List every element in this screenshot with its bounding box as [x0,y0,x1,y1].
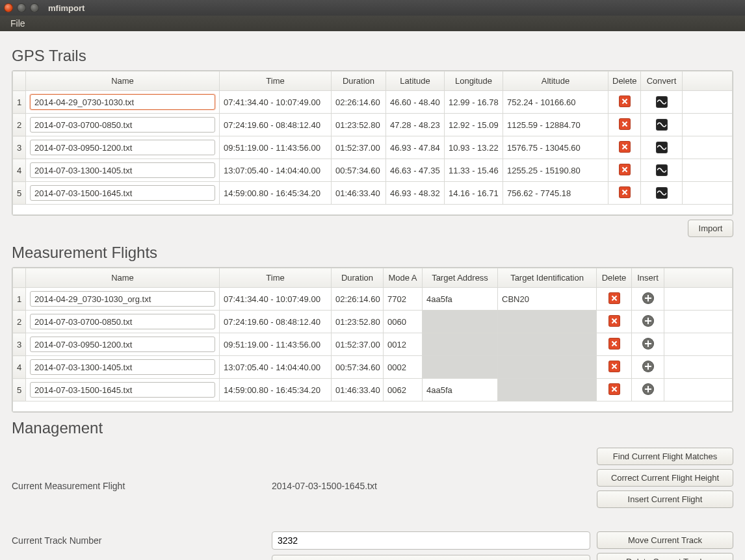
fl-h-delete[interactable]: Delete [597,268,632,288]
table-row[interactable]: 107:41:34.40 - 10:07:49.0002:26:14.60770… [13,288,733,311]
find-matches-button[interactable]: Find Current Flight Matches [597,448,733,465]
convert-icon[interactable] [656,187,668,199]
cell-convert[interactable] [641,159,683,182]
name-input[interactable] [30,337,215,352]
table-row[interactable]: 514:59:00.80 - 16:45:34.2001:46:33.40006… [13,379,733,401]
name-input[interactable] [30,382,215,398]
window-close-icon[interactable] [4,3,13,12]
convert-icon[interactable] [656,142,668,153]
name-input[interactable] [30,162,215,178]
insert-icon[interactable] [642,292,654,304]
move-track-button[interactable]: Move Current Track [597,531,733,549]
table-row[interactable]: 413:07:05.40 - 14:04:40.0000:57:34.6046.… [13,159,733,182]
cell-delete[interactable] [608,136,641,159]
window-maximize-icon[interactable] [30,3,39,12]
table-row[interactable]: 413:07:05.40 - 14:04:40.0000:57:34.60000… [13,356,733,379]
delete-icon[interactable] [608,338,620,350]
convert-icon[interactable] [656,164,668,176]
cell-delete[interactable] [597,379,632,401]
gps-h-delete[interactable]: Delete [608,71,641,91]
cell-convert[interactable] [641,182,683,205]
cell-name[interactable] [26,333,220,356]
insert-flight-button[interactable]: Insert Current Flight [597,490,733,508]
gps-h-longitude[interactable]: Longitude [445,71,503,91]
name-input[interactable] [30,314,215,329]
insert-icon[interactable] [642,383,654,395]
gps-h-time[interactable]: Time [220,71,332,91]
cell-delete[interactable] [608,159,641,182]
window-minimize-icon[interactable] [17,3,26,12]
track-number-input[interactable] [272,531,590,550]
fl-h-target-addr[interactable]: Target Address [423,268,498,288]
fl-h-target-ident[interactable]: Target Identification [498,268,597,288]
cell-convert[interactable] [641,91,683,114]
cell-delete[interactable] [597,356,632,379]
gps-h-duration[interactable]: Duration [332,71,386,91]
cell-name[interactable] [26,91,220,114]
cell-name[interactable] [26,114,220,136]
delete-icon[interactable] [608,361,620,372]
fl-h-name[interactable]: Name [26,268,220,288]
delete-icon[interactable] [619,95,631,107]
cell-name[interactable] [26,288,220,311]
fl-h-insert[interactable]: Insert [632,268,664,288]
correct-height-button[interactable]: Correct Current Flight Height [597,469,733,487]
delete-icon[interactable] [608,383,620,395]
fl-h-time[interactable]: Time [220,268,332,288]
name-input[interactable] [30,185,215,201]
gps-h-convert[interactable]: Convert [641,71,683,91]
cell-delete[interactable] [608,182,641,205]
cell-insert[interactable] [632,333,664,356]
name-input[interactable] [30,291,215,307]
cell-convert[interactable] [641,136,683,159]
cell-delete[interactable] [608,114,641,136]
cell-name[interactable] [26,136,220,159]
table-row[interactable]: 309:51:19.00 - 11:43:56.0001:52:37.0046.… [13,136,733,159]
cell-delete[interactable] [597,333,632,356]
insert-icon[interactable] [642,338,654,350]
fl-h-modea[interactable]: Mode A [384,268,423,288]
table-row[interactable]: 514:59:00.80 - 16:45:34.2001:46:33.4046.… [13,182,733,205]
cell-name[interactable] [26,379,220,401]
cell-name[interactable] [26,159,220,182]
table-row[interactable]: 207:24:19.60 - 08:48:12.4001:23:52.80006… [13,311,733,333]
cell-name[interactable] [26,356,220,379]
cell-convert[interactable] [641,114,683,136]
gps-h-latitude[interactable]: Latitude [386,71,445,91]
cell-delete[interactable] [608,91,641,114]
name-input[interactable] [30,140,215,155]
cell-name[interactable] [26,182,220,205]
delete-icon[interactable] [619,164,631,175]
delete-icon[interactable] [608,292,620,304]
menu-file[interactable]: File [7,17,29,30]
table-row[interactable]: 309:51:19.00 - 11:43:56.0001:52:37.00001… [13,333,733,356]
cell-altitude: 756.62 - 7745.18 [503,182,608,205]
gps-h-name[interactable]: Name [26,71,220,91]
delete-icon[interactable] [619,118,631,130]
cell-insert[interactable] [632,288,664,311]
cell-name[interactable] [26,311,220,333]
name-input[interactable] [30,359,215,375]
delete-track-button[interactable]: Delete Current Track [597,553,733,560]
convert-icon[interactable] [656,96,668,108]
cell-insert[interactable] [632,311,664,333]
name-input[interactable] [30,117,215,133]
fl-h-duration[interactable]: Duration [332,268,384,288]
delete-icon[interactable] [619,186,631,198]
data-source-select[interactable]: OTR (27) ▲▼ [272,555,590,560]
table-row[interactable]: 207:24:19.60 - 08:48:12.4001:23:52.8047.… [13,114,733,136]
cell-insert[interactable] [632,379,664,401]
insert-icon[interactable] [642,361,654,372]
delete-icon[interactable] [608,315,620,327]
insert-icon[interactable] [642,315,654,327]
gps-h-altitude[interactable]: Altitude [503,71,608,91]
table-row[interactable]: 107:41:34.40 - 10:07:49.0002:26:14.6046.… [13,91,733,114]
cell-time: 09:51:19.00 - 11:43:56.00 [220,136,332,159]
cell-delete[interactable] [597,288,632,311]
name-input[interactable] [30,94,215,110]
cell-delete[interactable] [597,311,632,333]
convert-icon[interactable] [656,119,668,131]
cell-insert[interactable] [632,356,664,379]
import-button[interactable]: Import [688,220,733,237]
delete-icon[interactable] [619,141,631,153]
